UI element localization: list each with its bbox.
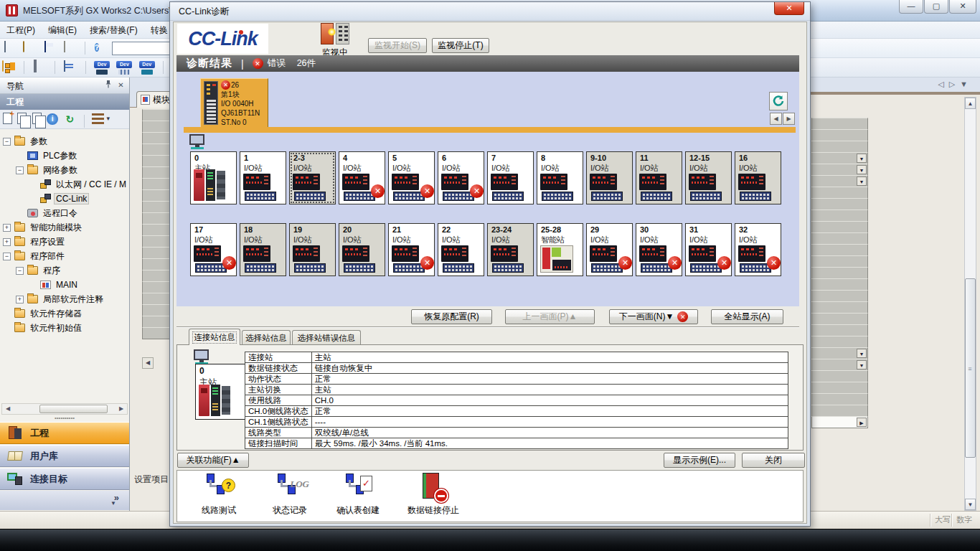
scrollbar-thumb[interactable] (39, 405, 108, 413)
station-card-25-28[interactable]: 25-28智能站 (537, 223, 583, 276)
scroll-left-icon[interactable]: ◀ (3, 405, 13, 413)
tree-item-软元件初始值[interactable]: 软元件初始值 (0, 321, 129, 335)
module-config-icon[interactable] (33, 61, 47, 74)
parameter-grid-cell[interactable] (142, 189, 169, 202)
station-card-1[interactable]: 1I/O站 (240, 151, 286, 204)
parameter-grid-cell[interactable] (142, 281, 169, 293)
print-icon[interactable] (63, 42, 77, 55)
parameter-grid-cell[interactable]: ▼ (811, 347, 868, 359)
station-card-19[interactable]: 19I/O站 (289, 223, 336, 276)
minimize-button[interactable]: — (899, 0, 923, 14)
new-project-icon[interactable] (2, 42, 16, 55)
station-card-2-3[interactable]: 2-3I/O站 (289, 151, 336, 204)
parameter-grid-cell[interactable] (811, 255, 868, 268)
station-card-16[interactable]: 16I/O站 (735, 151, 781, 204)
panel-overflow-area[interactable]: »▼ (0, 491, 129, 510)
parameter-grid-cell[interactable] (142, 155, 169, 167)
parameter-grid-cell[interactable] (811, 129, 868, 141)
parameter-grid-cell[interactable] (811, 267, 868, 279)
parameter-grid-cell[interactable] (811, 209, 868, 222)
menu-item[interactable]: 工程(P) (0, 22, 42, 39)
list-view-icon[interactable] (63, 61, 77, 74)
close-panel-icon[interactable]: ✕ (116, 80, 126, 91)
tool-create-check-sheet[interactable]: ✓ 确认表创建 (324, 473, 392, 517)
tree-item-PLC参数[interactable]: PLC参数 (0, 149, 129, 163)
station-card-31[interactable]: 31I/O站✕ (685, 223, 732, 276)
tree-item-CC-Link[interactable]: CC-Link (0, 192, 129, 206)
dropdown-arrow-icon[interactable]: ▼ (857, 349, 867, 358)
dialog-titlebar[interactable]: CC-Link诊断 ✕ (170, 2, 810, 21)
parameter-grid-cell[interactable] (142, 121, 169, 133)
parameter-grid-cell[interactable] (811, 382, 868, 394)
paste-icon[interactable] (32, 113, 42, 124)
station-card-21[interactable]: 21I/O站✕ (388, 223, 435, 276)
station-card-18[interactable]: 18I/O站 (240, 223, 286, 276)
parameter-grid-cell[interactable] (142, 109, 169, 121)
tree-item-智能功能模块[interactable]: +智能功能模块 (0, 220, 129, 235)
tree-item-远程口令[interactable]: 远程口令 (0, 206, 129, 220)
parameter-grid-cell[interactable] (811, 313, 868, 325)
parameter-grid-cell[interactable] (142, 143, 169, 156)
collapse-icon[interactable]: − (3, 138, 11, 146)
parameter-grid-cell[interactable] (811, 405, 868, 417)
parameter-grid-cell[interactable] (811, 301, 868, 314)
editor-vertical-scrollbar[interactable]: ▲ ≡ ▼ (964, 97, 976, 511)
station-card-7[interactable]: 7I/O站 (487, 151, 534, 204)
panel-splitter[interactable]: •••••••••• (0, 416, 129, 422)
navigation-window-icon[interactable] (2, 61, 16, 74)
tab-scroll-icons[interactable]: ◁▷▼ (938, 80, 973, 89)
parameter-grid-cell[interactable] (142, 304, 169, 316)
show-all-stations-button[interactable]: 全站显示(A) (711, 309, 783, 324)
device-find-icon[interactable] (94, 61, 110, 75)
station-card-5[interactable]: 5I/O站✕ (388, 151, 435, 204)
parameter-grid-cell[interactable] (142, 132, 169, 144)
station-card-0[interactable]: 0主站 (190, 151, 237, 204)
open-project-icon[interactable] (22, 42, 36, 55)
tab-selected-station-error-info[interactable]: 选择站错误信息 (292, 330, 361, 345)
station-card-29[interactable]: 29I/O站✕ (586, 223, 633, 276)
sidebar-item-user-library[interactable]: 用户库 (0, 445, 129, 467)
parameter-grid-cell[interactable] (142, 166, 169, 179)
scroll-right-icon[interactable]: ▶ (116, 405, 126, 413)
parameter-grid-cell[interactable] (811, 244, 868, 256)
monitor-start-button[interactable]: 监视开始(S) (368, 38, 427, 53)
device-batch-icon[interactable] (116, 61, 132, 75)
parameter-grid-cell[interactable] (811, 232, 868, 245)
station-card-23-24[interactable]: 23-24I/O站 (487, 223, 534, 276)
parameter-grid-cell[interactable] (142, 224, 169, 236)
parameter-grid-cell[interactable] (142, 201, 169, 213)
parameter-grid-cell[interactable]: ▼ (811, 152, 868, 164)
next-screen-button[interactable]: 下一画面(N)▼ ✕ (609, 309, 698, 324)
dropdown-arrow-icon[interactable]: ▼ (857, 165, 867, 174)
collapse-icon[interactable]: − (16, 166, 24, 174)
parameter-grid-cell[interactable] (811, 393, 868, 405)
tab-selected-station-info[interactable]: 选择站信息 (242, 330, 291, 345)
tool-status-logging[interactable]: LOG 状态记录 (255, 473, 324, 517)
close-button[interactable]: ✕ (949, 0, 976, 14)
maximize-button[interactable]: ▢ (924, 0, 948, 14)
parameter-grid-cell[interactable]: ▶ (811, 416, 868, 428)
parameter-grid-cell[interactable] (811, 290, 868, 302)
dialog-close-button[interactable]: ✕ (774, 2, 804, 15)
station-card-8[interactable]: 8I/O站 (537, 151, 583, 204)
expand-icon[interactable]: + (16, 296, 24, 303)
expand-icon[interactable]: + (3, 238, 11, 246)
module-next-icon[interactable]: ▶ (783, 113, 795, 125)
parameter-grid-cell[interactable]: ▼ (811, 359, 868, 371)
help-icon[interactable]: ? (94, 42, 108, 55)
parameter-grid-cell[interactable] (811, 221, 868, 233)
refresh-icon[interactable]: ↻ (63, 113, 76, 126)
device-cclink-icon[interactable] (139, 61, 155, 75)
module-prev-icon[interactable]: ◀ (770, 113, 782, 125)
expand-icon[interactable]: + (3, 224, 11, 232)
new-data-icon[interactable] (3, 113, 12, 124)
tree-item-局部软元件注释[interactable]: +局部软元件注释 (0, 292, 129, 306)
parameter-grid-cell[interactable] (142, 293, 169, 305)
station-card-6[interactable]: 6I/O站✕ (438, 151, 484, 204)
dropdown-arrow-icon[interactable]: ▼ (857, 360, 867, 369)
parameter-grid-cell[interactable] (811, 278, 868, 291)
dropdown-arrow-icon[interactable]: ▼ (857, 176, 867, 186)
parameter-grid-cell[interactable] (142, 316, 169, 328)
menu-item[interactable]: 搜索/替换(F) (83, 22, 144, 39)
station-card-30[interactable]: 30I/O站✕ (636, 223, 682, 276)
